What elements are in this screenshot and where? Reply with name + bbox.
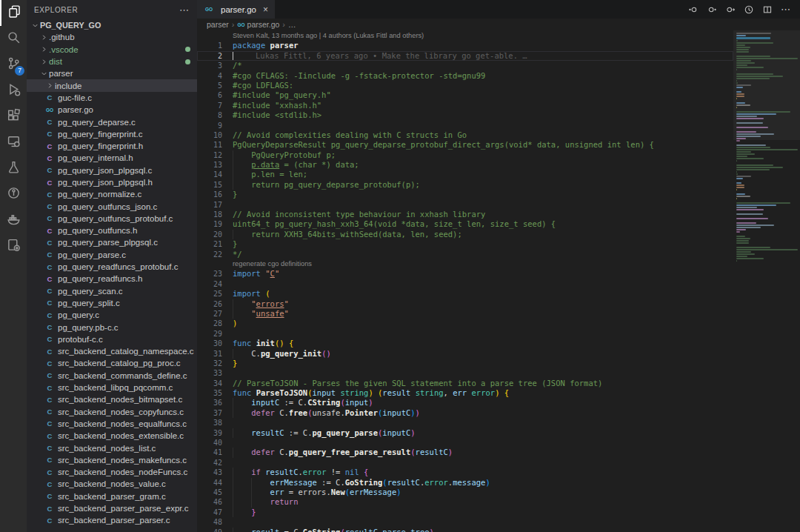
tree-item-src-backend-parser-parser-c[interactable]: Csrc_backend_parser_parser.c <box>27 514 197 526</box>
tree-item-parser-go[interactable]: GOparser.go <box>27 104 197 116</box>
tree-item-src-backend-parser-parse-expr-c[interactable]: Csrc_backend_parser_parse_expr.c <box>27 502 197 514</box>
activity-item-run-debug[interactable] <box>0 78 27 104</box>
code-line-34[interactable]: 34// ParseToJSON - Parses the given SQL … <box>197 379 733 388</box>
code-line-41[interactable]: 41 defer C.pg_query_free_parse_result(re… <box>197 448 733 457</box>
tree-item--github[interactable]: .github <box>27 31 197 43</box>
code-line-16[interactable]: 16} <box>197 190 733 199</box>
code-line-19[interactable]: 19uint64_t pg_query_hash_xxh3_64(void *d… <box>197 219 733 229</box>
timeline-icon[interactable] <box>744 4 754 15</box>
tree-item-pg-query-readfuncs-protobuf-c[interactable]: Cpg_query_readfuncs_protobuf.c <box>27 261 197 273</box>
code-line-40[interactable]: 40 <box>197 438 733 448</box>
code-line-23[interactable]: 23import "C" <box>197 269 733 279</box>
tree-item-src-backend-nodes-equalfuncs-c[interactable]: Csrc_backend_nodes_equalfuncs.c <box>27 418 197 430</box>
code-line-48[interactable]: 48 <box>197 517 733 527</box>
code-line-5[interactable]: 5#cgo LDFLAGS: <box>197 81 733 90</box>
tree-item-src-backend-nodes-copyfuncs-c[interactable]: Csrc_backend_nodes_copyfuncs.c <box>27 406 197 418</box>
code-line-31[interactable]: 31 C.pg_query_init() <box>197 349 733 359</box>
tree-item-src-backend-libpq-pqcomm-c[interactable]: Csrc_backend_libpq_pqcomm.c <box>27 382 197 393</box>
code-line-21[interactable]: 21} <box>197 239 733 249</box>
activity-item-extensions[interactable] <box>0 104 27 130</box>
tree-item-src-backend-parser-gram-c[interactable]: Csrc_backend_parser_gram.c <box>27 491 197 502</box>
code-line-46[interactable]: 46 return <box>197 497 733 507</box>
code-line-35[interactable]: 35func ParseToJSON(input string) (result… <box>197 388 733 398</box>
tree-item-pg-query-c[interactable]: Cpg_query.c <box>27 309 197 321</box>
code-line-28[interactable]: 28) <box>197 319 733 328</box>
tree-item-pg-query-normalize-c[interactable]: Cpg_query_normalize.c <box>27 188 197 200</box>
codelens[interactable]: Steven Kalt, 13 months ago | 4 authors (… <box>197 31 733 41</box>
code-line-11[interactable]: 11PgQueryDeparseResult pg_query_deparse_… <box>197 140 733 150</box>
code-line-18[interactable]: 18// Avoid inconsistent type behaviour i… <box>197 210 733 219</box>
tree-item-pg-query-readfuncs-h[interactable]: Cpg_query_readfuncs.h <box>27 273 197 285</box>
activity-item-source-control[interactable]: 7 <box>0 52 27 78</box>
code-line-17[interactable]: 17 <box>197 200 733 210</box>
explorer-more-actions-icon[interactable]: ⋯ <box>179 4 190 16</box>
breadcrumb-item-3[interactable]: … <box>288 20 296 29</box>
tree-item-src-backend-catalog-namespace-c[interactable]: Csrc_backend_catalog_namespace.c <box>27 345 197 357</box>
tree-item-src-backend-commands-define-c[interactable]: Csrc_backend_commands_define.c <box>27 370 197 382</box>
code-line-45[interactable]: 45 err = errors.New(errMessage) <box>197 488 733 497</box>
tree-item-pg-query-outfuncs-protobuf-c[interactable]: Cpg_query_outfuncs_protobuf.c <box>27 213 197 225</box>
tree-item-pg-query-outfuncs-json-c[interactable]: Cpg_query_outfuncs_json.c <box>27 200 197 212</box>
tab-parser-go[interactable]: GO parser.go × <box>197 0 275 19</box>
code-editor[interactable]: Steven Kalt, 13 months ago | 4 authors (… <box>197 30 733 532</box>
activity-item-pipelines[interactable] <box>0 233 27 259</box>
tree-item-pg-query-outfuncs-h[interactable]: Cpg_query_outfuncs.h <box>27 225 197 236</box>
codelens[interactable]: regenerate cgo definitions <box>197 259 733 269</box>
gitlens-open-changes-icon[interactable] <box>707 4 717 15</box>
tree-item-src-backend-nodes-extensible-c[interactable]: Csrc_backend_nodes_extensible.c <box>27 430 197 442</box>
code-line-8[interactable]: 8#include <stdlib.h> <box>197 110 733 120</box>
gitlens-file-blame-icon[interactable] <box>688 4 699 15</box>
tree-item-src-backend-nodes-bitmapset-c[interactable]: Csrc_backend_nodes_bitmapset.c <box>27 393 197 405</box>
code-line-7[interactable]: 7#include "xxhash.h" <box>197 101 733 110</box>
code-line-43[interactable]: 43 if resultC.error != nil { <box>197 468 733 477</box>
tree-item-pg-query-internal-h[interactable]: Cpg_query_internal.h <box>27 152 197 164</box>
split-editor-icon[interactable] <box>762 4 773 15</box>
code-line-1[interactable]: 1package parser <box>197 41 733 50</box>
code-line-6[interactable]: 6#include "pg_query.h" <box>197 90 733 100</box>
tree-item-pg-query-json-plpgsql-h[interactable]: Cpg_query_json_plpgsql.h <box>27 176 197 188</box>
tree-item-src-backend-catalog-pg-proc-c[interactable]: Csrc_backend_catalog_pg_proc.c <box>27 357 197 369</box>
code-line-22[interactable]: 22*/ <box>197 250 733 259</box>
tree-item-include[interactable]: include <box>27 79 197 91</box>
tree-item-pg-query-parse-c[interactable]: Cpg_query_parse.c <box>27 249 197 261</box>
tree-item-dist[interactable]: dist <box>27 56 197 67</box>
code-line-33[interactable]: 33 <box>197 368 733 378</box>
minimap[interactable] <box>733 30 800 532</box>
breadcrumb-item-1[interactable]: parser <box>207 20 229 29</box>
code-line-44[interactable]: 44 errMessage := C.GoString(resultC.erro… <box>197 478 733 488</box>
code-line-47[interactable]: 47 } <box>197 508 733 517</box>
tree-item-guc-file-c[interactable]: Cguc-file.c <box>27 92 197 104</box>
tree-item-src-backend-nodes-list-c[interactable]: Csrc_backend_nodes_list.c <box>27 442 197 453</box>
tree-item-pg-query-pb-c-c[interactable]: Cpg_query.pb-c.c <box>27 321 197 333</box>
code-line-9[interactable]: 9 <box>197 121 733 130</box>
editor-more-actions-icon[interactable]: ⋯ <box>781 4 791 15</box>
code-line-20[interactable]: 20 return XXH3_64bits_withSeed(data, len… <box>197 230 733 239</box>
code-line-38[interactable]: 38 <box>197 418 733 428</box>
tree-item-pg-query-split-c[interactable]: Cpg_query_split.c <box>27 297 197 309</box>
code-line-42[interactable]: 42 <box>197 458 733 468</box>
code-line-39[interactable]: 39 resultC := C.pg_query_parse(inputC) <box>197 428 733 438</box>
tree-item-src-backend-nodes-makefuncs-c[interactable]: Csrc_backend_nodes_makefuncs.c <box>27 454 197 466</box>
gitlens-open-revision-icon[interactable] <box>725 4 736 15</box>
activity-item-testing[interactable] <box>0 156 27 182</box>
code-line-13[interactable]: 13 p.data = (char *) data; <box>197 160 733 170</box>
tree-item-src-backend-nodes-nodefuncs-c[interactable]: Csrc_backend_nodes_nodeFuncs.c <box>27 466 197 478</box>
code-line-2[interactable]: 2Lukas Fittl, 6 years ago • Make the lib… <box>197 51 733 61</box>
tree-item-pg-query-go[interactable]: PG_QUERY_GO <box>27 19 197 31</box>
code-line-27[interactable]: 27 "unsafe" <box>197 309 733 319</box>
code-line-37[interactable]: 37 defer C.free(unsafe.Pointer(inputC)) <box>197 408 733 418</box>
code-line-49[interactable]: 49 result = C.GoString(resultC.parse_tre… <box>197 528 733 532</box>
code-line-14[interactable]: 14 p.len = len; <box>197 170 733 179</box>
tree-item--vscode[interactable]: .vscode <box>27 44 197 56</box>
code-line-30[interactable]: 30func init() { <box>197 339 733 348</box>
tree-item-pg-query-fingerprint-c[interactable]: Cpg_query_fingerprint.c <box>27 128 197 140</box>
code-line-4[interactable]: 4#cgo CFLAGS: -Iinclude -g -fstack-prote… <box>197 71 733 81</box>
tree-item-parser[interactable]: parser <box>27 67 197 79</box>
tree-item-protobuf-c-c[interactable]: Cprotobuf-c.c <box>27 333 197 345</box>
tree-item-pg-query-json-plpgsql-c[interactable]: Cpg_query_json_plpgsql.c <box>27 164 197 176</box>
code-line-32[interactable]: 32} <box>197 359 733 368</box>
activity-item-docker[interactable] <box>0 207 27 233</box>
tree-item-pg-query-parse-plpgsql-c[interactable]: Cpg_query_parse_plpgsql.c <box>27 236 197 248</box>
activity-item-explorer[interactable] <box>0 0 27 26</box>
code-line-12[interactable]: 12 PgQueryProtobuf p; <box>197 150 733 160</box>
